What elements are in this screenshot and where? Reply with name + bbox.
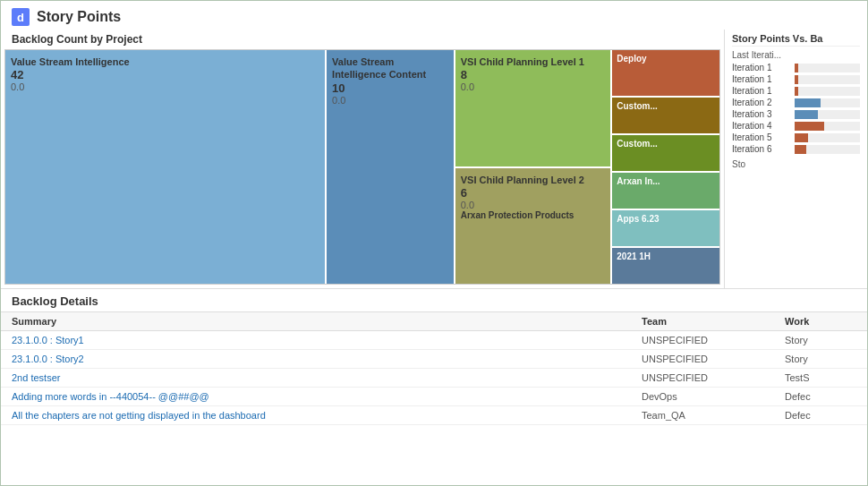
td-summary[interactable]: Adding more words in --440054-- @@##@@ — [12, 391, 642, 402]
top-section: Backlog Count by Project Value Stream In… — [1, 30, 867, 289]
iteration-row[interactable]: Iteration 1 — [732, 63, 860, 72]
treemap-cell-arxan-in-label: Arxan In... — [617, 176, 715, 186]
treemap-area: Backlog Count by Project Value Stream In… — [1, 30, 724, 288]
treemap-cell-cpl1-val2: 0.0 — [461, 81, 606, 92]
iteration-bar-container — [795, 122, 860, 131]
iteration-label: Iteration 6 — [732, 144, 795, 154]
treemap-cell-cpl1-title: VSI Child Planning Level 1 — [461, 55, 606, 68]
treemap-cell-custom1[interactable]: Custom... — [612, 98, 719, 135]
treemap-col4: Deploy Custom... Custom... Arxan In... A… — [612, 50, 719, 284]
treemap-cell-arxan-title: Arxan Protection Products — [461, 210, 606, 220]
iteration-bar-container — [795, 145, 860, 154]
iteration-row[interactable]: Iteration 3 — [732, 109, 860, 119]
right-panel-title: Story Points Vs. Ba — [732, 33, 860, 47]
treemap-cell-arxan-in[interactable]: Arxan In... — [612, 173, 719, 210]
iteration-row[interactable]: Iteration 4 — [732, 121, 860, 131]
treemap-cell-vsi-title: Value Stream Intelligence — [11, 55, 319, 68]
bottom-section: Backlog Details Summary Team Work 23.1.0… — [1, 289, 867, 485]
treemap-cell-vsic-title: Value Stream Intelligence Content — [332, 55, 448, 81]
iteration-label: Iteration 5 — [732, 132, 795, 142]
treemap-cell-cpl2-val1: 6 — [461, 186, 606, 200]
td-work: Story — [785, 335, 856, 345]
iteration-bar-container — [795, 87, 860, 96]
iteration-bar — [795, 98, 821, 107]
treemap-cell-cpl1[interactable]: VSI Child Planning Level 1 8 0.0 — [455, 50, 611, 168]
iteration-bar — [795, 64, 798, 72]
right-panel-subtitle: Last Iterati... — [732, 50, 860, 60]
iteration-bar-container — [795, 110, 860, 119]
td-work: Defec — [785, 410, 856, 421]
treemap-cell-2021[interactable]: 2021 1H — [612, 248, 719, 284]
iteration-row[interactable]: Iteration 1 — [732, 86, 860, 96]
td-work: TestS — [785, 372, 856, 383]
iteration-bar — [795, 110, 818, 119]
table-row[interactable]: 23.1.0.0 : Story1 UNSPECIFIED Story — [1, 331, 867, 350]
treemap-cell-custom1-label: Custom... — [617, 101, 715, 111]
iteration-bar — [795, 122, 824, 131]
iteration-bar-container — [795, 75, 860, 84]
right-panel: Story Points Vs. Ba Last Iterati... Iter… — [724, 30, 867, 288]
treemap-cell-deploy-label: Deploy — [617, 54, 715, 64]
iteration-bar-container — [795, 64, 860, 72]
td-summary[interactable]: 23.1.0.0 : Story1 — [12, 335, 642, 345]
iteration-bar-container — [795, 98, 860, 107]
header-icon: d — [12, 8, 30, 26]
main-container: d Story Points Backlog Count by Project … — [0, 0, 868, 486]
treemap-cell-cpl2-title: VSI Child Planning Level 2 — [461, 174, 606, 186]
treemap-cell-custom2-label: Custom... — [617, 139, 715, 149]
header: d Story Points — [1, 1, 867, 30]
td-team: UNSPECIFIED — [642, 335, 785, 345]
table-header: Summary Team Work — [1, 312, 867, 331]
iteration-label: Iteration 1 — [732, 63, 795, 72]
treemap-cell-apps[interactable]: Apps 6.23 — [612, 210, 719, 248]
treemap-cell-cpl2-val2: 0.0 — [461, 200, 606, 210]
td-team: Team_QA — [642, 410, 785, 421]
treemap-container: Value Stream Intelligence 42 0.0 Value S… — [4, 49, 720, 285]
iteration-row[interactable]: Iteration 5 — [732, 132, 860, 142]
treemap-cell-vsi[interactable]: Value Stream Intelligence 42 0.0 — [5, 50, 327, 284]
treemap-cell-2021-label: 2021 1H — [617, 252, 715, 261]
td-work: Story — [785, 354, 856, 364]
iteration-bar — [795, 75, 798, 84]
treemap-cell-deploy[interactable]: Deploy — [612, 50, 719, 98]
iterations-list: Iteration 1 Iteration 1 Iteration 1 Iter… — [732, 63, 860, 156]
col-header-work: Work — [785, 316, 856, 327]
td-summary[interactable]: All the chapters are not getting display… — [12, 410, 642, 421]
treemap-col3: VSI Child Planning Level 1 8 0.0 VSI Chi… — [455, 50, 613, 284]
treemap-cell-vsic-val2: 0.0 — [332, 95, 448, 106]
treemap-cell-custom2[interactable]: Custom... — [612, 135, 719, 173]
page-title: Story Points — [37, 9, 121, 25]
iteration-label: Iteration 4 — [732, 121, 795, 131]
td-work: Defec — [785, 391, 856, 402]
table-row[interactable]: All the chapters are not getting display… — [1, 406, 867, 425]
table-row[interactable]: 2nd testser UNSPECIFIED TestS — [1, 369, 867, 388]
td-summary[interactable]: 23.1.0.0 : Story2 — [12, 354, 642, 364]
iteration-label: Iteration 2 — [732, 98, 795, 107]
td-team: DevOps — [642, 391, 785, 402]
col-header-summary: Summary — [12, 316, 642, 327]
iteration-bar — [795, 133, 808, 142]
backlog-count-label: Backlog Count by Project — [1, 30, 724, 49]
table-row[interactable]: Adding more words in --440054-- @@##@@ D… — [1, 388, 867, 406]
iteration-row[interactable]: Iteration 2 — [732, 98, 860, 107]
iteration-bar — [795, 87, 798, 96]
iteration-label: Iteration 1 — [732, 74, 795, 84]
iteration-label: Iteration 1 — [732, 86, 795, 96]
treemap-cell-vsic-val1: 10 — [332, 81, 448, 95]
treemap-cell-cpl2[interactable]: VSI Child Planning Level 2 6 0.0 Arxan P… — [455, 168, 611, 285]
treemap-cell-vsic[interactable]: Value Stream Intelligence Content 10 0.0 — [327, 50, 455, 284]
right-panel-footer: Sto — [732, 159, 860, 169]
treemap-cell-apps-label: Apps 6.23 — [617, 214, 715, 224]
table-row[interactable]: 23.1.0.0 : Story2 UNSPECIFIED Story — [1, 350, 867, 369]
col-header-team: Team — [642, 316, 785, 327]
treemap-cell-vsi-val1: 42 — [11, 68, 319, 81]
backlog-details-label: Backlog Details — [1, 289, 867, 312]
iteration-row[interactable]: Iteration 6 — [732, 144, 860, 154]
iteration-row[interactable]: Iteration 1 — [732, 74, 860, 84]
treemap-cell-cpl1-val1: 8 — [461, 68, 606, 81]
td-summary[interactable]: 2nd testser — [12, 372, 642, 383]
td-team: UNSPECIFIED — [642, 372, 785, 383]
iteration-label: Iteration 3 — [732, 109, 795, 119]
iteration-bar — [795, 145, 806, 154]
treemap-cell-vsi-val2: 0.0 — [11, 81, 319, 92]
